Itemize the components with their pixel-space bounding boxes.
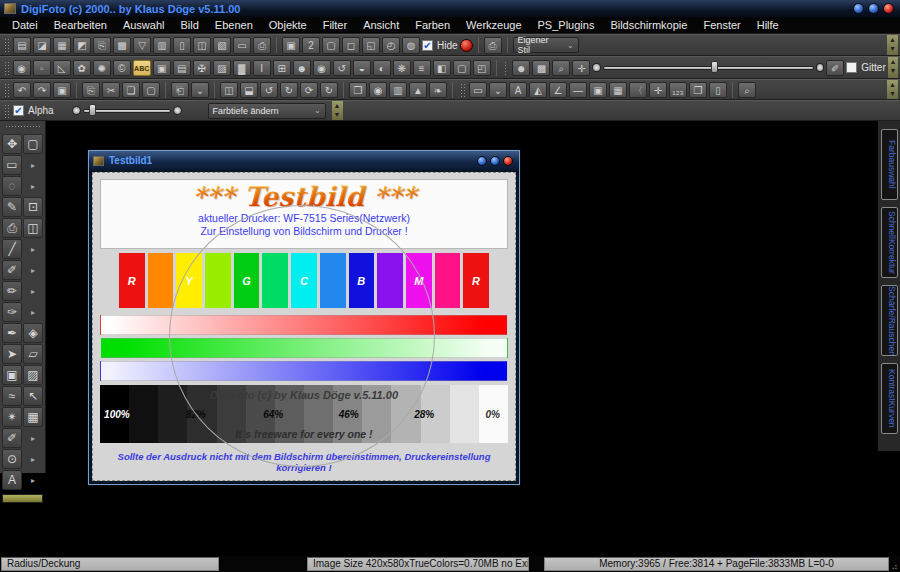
menu-bearbeiten[interactable]: Bearbeiten	[46, 18, 115, 32]
smudge-tool[interactable]: ≈	[2, 386, 22, 406]
blank-page-icon[interactable]: ▭	[233, 37, 251, 54]
brush-tool[interactable]: ✐	[2, 428, 22, 448]
copy-icon[interactable]: ⎘	[82, 82, 100, 98]
open-image-icon[interactable]: ▤	[13, 37, 31, 54]
toolbar-overflow-button[interactable]: ▲▼	[887, 80, 898, 99]
text-a-icon[interactable]: A	[509, 82, 527, 98]
monitor-corner-icon[interactable]: ◱	[362, 37, 380, 54]
toolbar-grip[interactable]	[4, 104, 9, 118]
minimize-button[interactable]	[853, 3, 864, 14]
page-copy-icon[interactable]: ❐	[689, 82, 707, 98]
right-tab-schnellkorrektur[interactable]: SchnellKorrektur	[881, 207, 898, 278]
undo-icon[interactable]: ↶	[13, 82, 31, 98]
save-icon[interactable]: ⎙	[253, 37, 271, 54]
stamp-tool[interactable]: ▣	[2, 365, 22, 385]
mask-icon[interactable]: ◒	[353, 60, 371, 76]
batch-icon[interactable]: ▥	[153, 37, 171, 54]
hide-checkbox-box[interactable]: ✔	[422, 40, 433, 51]
toolbar-overflow-button[interactable]: ▲▼	[888, 57, 898, 78]
mirror-pair-icon[interactable]: ◧	[433, 60, 451, 76]
shadow-icon[interactable]: ◐	[373, 60, 391, 76]
line-tool[interactable]: ╱	[2, 239, 22, 259]
monitor-clock-icon[interactable]: ◴	[382, 37, 400, 54]
sphere-icon[interactable]: ◉	[13, 60, 31, 76]
menu-farben[interactable]: Farben	[407, 18, 458, 32]
ink-tool[interactable]: ✒	[2, 323, 22, 343]
bucket-fill-tool[interactable]: ◈	[23, 323, 43, 343]
swirl-icon[interactable]: ↺	[333, 60, 351, 76]
angle-icon[interactable]: ∠	[549, 82, 567, 98]
paste-frame-icon[interactable]: ▢	[142, 82, 160, 98]
line-options[interactable]: ▸	[23, 239, 43, 259]
rotate-free-icon[interactable]: ⟳	[300, 82, 318, 98]
image-frame-icon[interactable]: ▣	[589, 82, 607, 98]
page-blank-icon[interactable]: ▯	[709, 82, 727, 98]
redo-icon[interactable]: ↷	[33, 82, 51, 98]
brush-options[interactable]: ▸	[23, 428, 43, 448]
record-button[interactable]	[460, 39, 473, 52]
flip-vertical-icon[interactable]: ⬓	[240, 82, 258, 98]
eye-options[interactable]: ▸	[23, 449, 43, 469]
image-canvas[interactable]: *** Testbild *** aktueller Drucker: WF-7…	[92, 172, 516, 481]
pen-tool[interactable]: ✐	[2, 260, 22, 280]
pattern-stamp-tool[interactable]: ▨	[23, 365, 43, 385]
select-rect-icon[interactable]: ▭	[469, 82, 487, 98]
pointer-icon[interactable]: ✛	[572, 60, 590, 76]
zoom-icon[interactable]: ⌕	[552, 60, 570, 76]
scan-icon[interactable]: ◩	[73, 37, 91, 54]
card-icon[interactable]: ▤	[173, 60, 191, 76]
new-page-icon[interactable]: ▯	[173, 37, 191, 54]
line-icon[interactable]: —	[569, 82, 587, 98]
draw-tool[interactable]: ✏	[2, 281, 22, 301]
alpha-checkbox[interactable]: ✔ Alpha	[13, 105, 54, 116]
tft-test-icon[interactable]: ▣	[282, 37, 300, 54]
acquire-icon[interactable]: ◪	[33, 37, 51, 54]
copyright-icon[interactable]: ©	[113, 60, 131, 76]
hand-tool[interactable]: ✥	[2, 134, 22, 154]
resize-grip-icon[interactable]: ⣠	[891, 559, 898, 569]
clipboard-icon[interactable]: ⎘	[93, 37, 111, 54]
gitter-checkbox[interactable]: Gitter	[846, 62, 885, 73]
menu-bild[interactable]: Bild	[172, 18, 206, 32]
book-icon[interactable]: ▨	[213, 60, 231, 76]
rotate-left-icon[interactable]: ↺	[260, 82, 278, 98]
style-select[interactable]: Eigener Stil ⌄	[513, 37, 579, 53]
menu-ebenen[interactable]: Ebenen	[207, 18, 261, 32]
menu-filter[interactable]: Filter	[315, 18, 355, 32]
lasso-tool[interactable]: ◌	[2, 176, 22, 196]
pen-icon[interactable]: ✐	[826, 60, 844, 76]
round-rect2-icon[interactable]: ◰	[473, 60, 491, 76]
select-chevron-icon[interactable]: ⌄	[489, 82, 507, 98]
text-tool[interactable]: A	[2, 470, 22, 490]
small-grid-icon[interactable]: ▩	[532, 60, 550, 76]
gitter-checkbox-box[interactable]	[846, 62, 857, 73]
paste-chevron-icon[interactable]: ⌄	[191, 82, 209, 98]
open-tool[interactable]: ◫	[23, 218, 43, 238]
text-options[interactable]: ▸	[23, 470, 43, 490]
menu-fenster[interactable]: Fenster	[695, 18, 748, 32]
image-window-titlebar[interactable]: Testbild1	[89, 151, 519, 170]
menu-werkzeuge[interactable]: Werkzeuge	[458, 18, 529, 32]
menu-objekte[interactable]: Objekte	[261, 18, 315, 32]
zoom-out-dot[interactable]	[592, 63, 601, 72]
diagonal-icon[interactable]: ◺	[53, 60, 71, 76]
zoom-in-dot[interactable]	[816, 63, 825, 72]
mountain-icon[interactable]: ▲	[409, 82, 427, 98]
menu-datei[interactable]: Datei	[4, 18, 46, 32]
text-abc-button[interactable]: ABC	[133, 60, 151, 76]
alpha-min-dot[interactable]	[72, 106, 81, 115]
menu-hilfe[interactable]: Hilfe	[749, 18, 787, 32]
select-rect-tool[interactable]: ▭	[2, 155, 22, 175]
picture-rotate-icon[interactable]: ▣	[153, 60, 171, 76]
face-icon[interactable]: ☻	[293, 60, 311, 76]
eye-tool[interactable]: ⊙	[2, 449, 22, 469]
mirror-diag-icon[interactable]: ◭	[529, 82, 547, 98]
wheel-icon[interactable]: ✺	[93, 60, 111, 76]
canvas-area[interactable]: Testbild1 *** Testbild *** aktueller Dru…	[46, 121, 878, 556]
browse-images-icon[interactable]: ▦	[53, 37, 71, 54]
image-minimize-button[interactable]	[477, 156, 487, 166]
lasso-options[interactable]: ▸	[23, 176, 43, 196]
zoom-slider[interactable]	[603, 63, 814, 72]
toolbar-grip[interactable]	[460, 83, 465, 97]
arrow-fill-tool[interactable]: ➤	[2, 344, 22, 364]
